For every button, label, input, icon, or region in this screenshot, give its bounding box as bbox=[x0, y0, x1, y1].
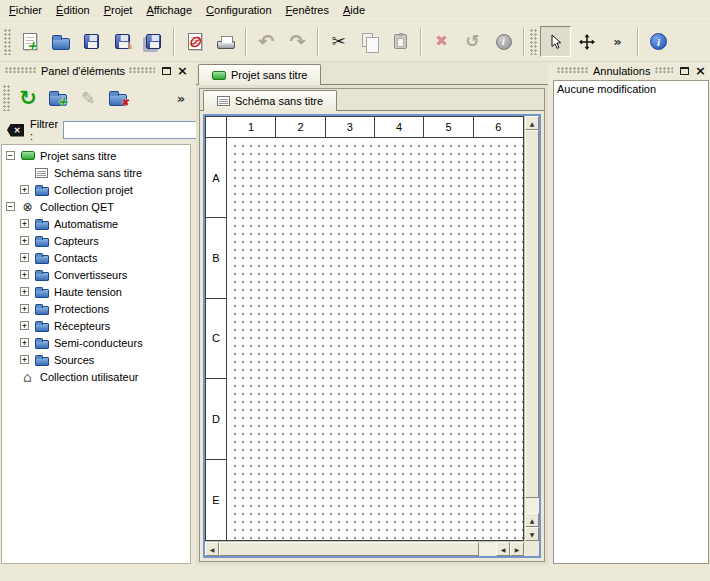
close-file-button[interactable]: ⊘ bbox=[179, 26, 210, 57]
elements-panel-titlebar[interactable]: Panel d'éléments × bbox=[0, 62, 192, 79]
expand-icon[interactable]: + bbox=[20, 287, 29, 296]
vertical-scroll-thumb[interactable] bbox=[525, 130, 539, 498]
expand-icon[interactable]: + bbox=[20, 338, 29, 347]
undo-history-list[interactable]: Aucune modification bbox=[553, 80, 709, 564]
expand-icon[interactable]: + bbox=[20, 304, 29, 313]
tree-item-schema-sans-titre[interactable]: Schéma sans titre bbox=[2, 164, 190, 181]
delete-element-button[interactable]: ✖ bbox=[103, 83, 133, 113]
float-panel-button[interactable] bbox=[159, 64, 174, 78]
paste-button[interactable] bbox=[385, 26, 416, 57]
tree-item-protections[interactable]: + Protections bbox=[2, 300, 190, 317]
dock-grip[interactable] bbox=[5, 67, 37, 74]
schema-icon bbox=[217, 96, 230, 106]
new-file-button[interactable]: + bbox=[14, 26, 45, 57]
tree-item-projet-sans-titre[interactable]: − Projet sans titre bbox=[2, 147, 190, 164]
expand-icon[interactable]: + bbox=[20, 219, 29, 228]
vertical-scrollbar[interactable]: ▲ ▲ ▼ bbox=[524, 116, 539, 541]
clear-filter-button[interactable]: ✕ bbox=[6, 123, 25, 137]
expand-icon[interactable]: + bbox=[20, 321, 29, 330]
rotate-icon: ↺ bbox=[465, 33, 479, 50]
folder-icon bbox=[33, 252, 50, 264]
menu-fenetres[interactable]: Fenêtres bbox=[279, 0, 336, 21]
scroll-up-button[interactable]: ▲ bbox=[525, 116, 539, 130]
save-button[interactable] bbox=[76, 26, 107, 57]
menu-fichier[interactable]: Fichier bbox=[2, 0, 49, 21]
dock-grip[interactable] bbox=[655, 67, 674, 74]
tree-item-capteurs[interactable]: + Capteurs bbox=[2, 232, 190, 249]
move-tool-button[interactable] bbox=[571, 26, 602, 57]
row-header: E bbox=[206, 460, 226, 540]
copy-button[interactable] bbox=[354, 26, 385, 57]
menu-edition[interactable]: Édition bbox=[49, 0, 97, 21]
toolbar-grip[interactable] bbox=[4, 29, 11, 55]
undo-button[interactable]: ↶ bbox=[251, 26, 282, 57]
horizontal-scrollbar[interactable]: ◀ ◀ ▶ bbox=[205, 541, 524, 556]
toolbar-grip[interactable] bbox=[3, 85, 10, 111]
expand-icon[interactable]: + bbox=[20, 185, 29, 194]
open-file-button[interactable] bbox=[45, 26, 76, 57]
close-icon: × bbox=[177, 64, 188, 77]
column-ruler: 1 2 3 4 5 6 bbox=[227, 117, 523, 138]
float-icon bbox=[680, 67, 689, 75]
toolbar-overflow-button[interactable]: » bbox=[602, 26, 633, 57]
tree-item-sources[interactable]: + Sources bbox=[2, 351, 190, 368]
project-tab-bar: Projet sans titre bbox=[196, 62, 548, 85]
tree-item-haute-tension[interactable]: + Haute tension bbox=[2, 283, 190, 300]
qelectrotech-window: Fichier Édition Projet Affichage Configu… bbox=[0, 0, 710, 581]
tree-item-semi-conducteurs[interactable]: + Semi-conducteurs bbox=[2, 334, 190, 351]
tree-item-convertisseurs[interactable]: + Convertisseurs bbox=[2, 266, 190, 283]
vertical-scroll-track[interactable] bbox=[525, 130, 539, 513]
save-as-icon: ✎ bbox=[115, 34, 130, 49]
tree-item-collection-utilisateur[interactable]: ⌂ Collection utilisateur bbox=[2, 368, 190, 385]
dock-grip[interactable] bbox=[129, 67, 155, 74]
print-button[interactable] bbox=[210, 26, 241, 57]
undo-panel-titlebar[interactable]: Annulations × bbox=[552, 62, 710, 79]
reload-collections-button[interactable]: ↻ bbox=[13, 83, 43, 113]
expand-icon[interactable]: + bbox=[20, 253, 29, 262]
help-about-button[interactable]: i bbox=[643, 26, 674, 57]
delete-button[interactable]: ✖ bbox=[426, 26, 457, 57]
close-panel-button[interactable]: × bbox=[175, 64, 190, 78]
edit-element-button[interactable]: ✎ bbox=[73, 83, 103, 113]
scroll-right-button[interactable]: ▶ bbox=[510, 542, 524, 556]
close-panel-button[interactable]: × bbox=[693, 64, 708, 78]
element-info-button[interactable]: i bbox=[488, 26, 519, 57]
tree-item-collection-projet[interactable]: + Collection projet bbox=[2, 181, 190, 198]
scroll-down-button[interactable]: ▼ bbox=[525, 527, 539, 541]
scroll-left-button[interactable]: ◀ bbox=[496, 542, 510, 556]
dock-grip[interactable] bbox=[557, 67, 589, 74]
scroll-left-button[interactable]: ◀ bbox=[205, 542, 219, 556]
tab-projet-sans-titre[interactable]: Projet sans titre bbox=[198, 64, 321, 85]
menu-projet[interactable]: Projet bbox=[97, 0, 140, 21]
tree-item-recepteurs[interactable]: + Récepteurs bbox=[2, 317, 190, 334]
tree-item-collection-qet[interactable]: − ⊗ Collection QET bbox=[2, 198, 190, 215]
drawing-canvas[interactable] bbox=[228, 139, 523, 540]
cut-button[interactable]: ✂ bbox=[323, 26, 354, 57]
rotate-button[interactable]: ↺ bbox=[457, 26, 488, 57]
tree-item-automatisme[interactable]: + Automatisme bbox=[2, 215, 190, 232]
select-tool-button[interactable] bbox=[540, 26, 571, 57]
collapse-icon[interactable]: − bbox=[6, 151, 15, 160]
column-header: 1 bbox=[227, 117, 276, 137]
horizontal-scroll-track[interactable] bbox=[219, 542, 496, 556]
new-element-button[interactable]: + bbox=[43, 83, 73, 113]
menu-configuration[interactable]: Configuration bbox=[199, 0, 278, 21]
tree-item-contacts[interactable]: + Contacts bbox=[2, 249, 190, 266]
collapse-icon[interactable]: − bbox=[6, 202, 15, 211]
redo-button[interactable]: ↷ bbox=[282, 26, 313, 57]
save-as-button[interactable]: ✎ bbox=[107, 26, 138, 57]
filter-input[interactable] bbox=[63, 121, 213, 139]
save-all-button[interactable] bbox=[138, 26, 169, 57]
schema-icon bbox=[33, 168, 50, 178]
expand-icon[interactable]: + bbox=[20, 236, 29, 245]
float-panel-button[interactable] bbox=[677, 64, 692, 78]
menu-aide[interactable]: Aide bbox=[336, 0, 372, 21]
scroll-up-button[interactable]: ▲ bbox=[525, 513, 539, 527]
panel-toolbar-overflow-button[interactable]: » bbox=[172, 83, 190, 114]
expand-icon[interactable]: + bbox=[20, 355, 29, 364]
toolbar-grip[interactable] bbox=[530, 29, 537, 55]
horizontal-scroll-thumb[interactable] bbox=[219, 542, 479, 556]
expand-icon[interactable]: + bbox=[20, 270, 29, 279]
tab-schema-sans-titre[interactable]: Schéma sans titre bbox=[203, 90, 337, 111]
menu-affichage[interactable]: Affichage bbox=[139, 0, 199, 21]
